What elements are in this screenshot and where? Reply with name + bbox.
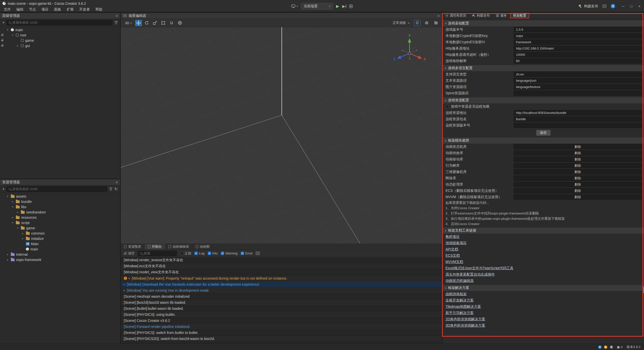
log-row[interactable]: [Scene] meshopt wasm decoder initialized bbox=[121, 293, 442, 299]
log-row[interactable]: [Window] model_view文件夹不存在 bbox=[121, 269, 442, 275]
move-tool-button[interactable] bbox=[135, 20, 142, 26]
notification-bell[interactable]: 0 bbox=[617, 345, 623, 349]
console-settings-button[interactable] bbox=[256, 252, 260, 255]
config-input[interactable] bbox=[514, 33, 642, 38]
config-input[interactable] bbox=[514, 52, 642, 57]
menu-item[interactable]: 文件 bbox=[1, 7, 14, 12]
log-row[interactable]: [Window] ecs文件夹不存在 bbox=[121, 263, 442, 269]
log-expander-icon[interactable]: ▸ bbox=[124, 283, 125, 286]
inspector-tab[interactable]: 框架配置 bbox=[510, 13, 530, 18]
config-input[interactable] bbox=[514, 39, 642, 45]
doc-link[interactable]: 原生包热更新配置自动生成插件 bbox=[446, 272, 495, 277]
log-row[interactable]: [Scene] Cocos Creator v3.8.2 bbox=[121, 318, 442, 324]
scene-gizmo-settings-button[interactable] bbox=[423, 20, 430, 26]
chevron-right-icon[interactable]: ▸ bbox=[21, 232, 24, 235]
menu-item[interactable]: 编辑 bbox=[14, 7, 26, 12]
section-header[interactable]: ▾框架模块裁剪 bbox=[442, 138, 644, 144]
doc-link[interactable]: 2D角色扮演游戏解决方案 bbox=[446, 317, 485, 322]
tree-node[interactable]: ▸resources bbox=[0, 215, 120, 220]
checkbox-icon[interactable] bbox=[446, 105, 449, 108]
lock-icon[interactable] bbox=[1, 45, 3, 47]
chevron-down-icon[interactable]: ▾ bbox=[11, 34, 14, 36]
menu-item[interactable]: 项目 bbox=[39, 7, 51, 12]
rect-tool-button[interactable] bbox=[160, 20, 167, 26]
hierarchy-search[interactable] bbox=[7, 20, 112, 25]
regex-toggle[interactable]: 正则 bbox=[180, 251, 191, 256]
snap-tool-button[interactable] bbox=[168, 20, 175, 26]
config-input[interactable] bbox=[514, 58, 642, 64]
module-delete-button[interactable]: 删除 bbox=[514, 163, 642, 168]
tree-node[interactable]: ▾assets bbox=[0, 194, 120, 199]
menu-item[interactable]: 帮助 bbox=[93, 7, 105, 12]
minimize-button[interactable]: ─ bbox=[622, 4, 624, 8]
inspector-tab[interactable]: 服务 bbox=[493, 13, 510, 18]
log-filter-checkbox[interactable]: ✓Warning bbox=[221, 251, 237, 255]
doc-link[interactable]: 新手引导解决方案 bbox=[446, 311, 474, 315]
log-expander-icon[interactable]: ▸ bbox=[124, 289, 125, 292]
console-tab[interactable]: 控制台 bbox=[145, 244, 165, 249]
doc-link[interactable]: 战棋游戏框架 bbox=[446, 292, 467, 296]
scene-viewport[interactable]: Y X Z bbox=[121, 27, 442, 244]
log-row[interactable]: ▸[Window] Download the Vue Devtools exte… bbox=[121, 281, 442, 287]
doc-link[interactable]: 动画状态机编辑器 bbox=[446, 279, 474, 283]
tree-node[interactable]: ▾main bbox=[0, 27, 120, 32]
tree-node[interactable]: ▸gui bbox=[0, 43, 120, 48]
scrollbar-thumb[interactable] bbox=[643, 287, 644, 293]
tree-node[interactable]: ▸initialize bbox=[0, 236, 120, 241]
log-row[interactable]: [Scene] [bullet]:bullet wasm lib loaded. bbox=[121, 305, 442, 312]
doc-link[interactable]: Tiledmap地图解决方案 bbox=[446, 304, 481, 309]
tree-node[interactable]: ▾game bbox=[0, 225, 120, 231]
tree-node[interactable]: ▸bundle bbox=[0, 199, 120, 204]
doc-link[interactable]: 3D角色扮演游戏解决方案 bbox=[446, 323, 485, 328]
tree-node[interactable]: ▸common bbox=[0, 231, 120, 236]
lock-icon[interactable] bbox=[1, 34, 3, 36]
scene-select[interactable]: 当前场景 ▾ bbox=[301, 3, 333, 10]
filter-icon[interactable] bbox=[109, 188, 112, 191]
help-button[interactable]: ? bbox=[611, 4, 615, 8]
section-header[interactable]: ▾框架解决方案 bbox=[442, 285, 644, 291]
refresh-icon[interactable]: ↻ bbox=[114, 187, 118, 191]
add-asset-button[interactable]: + bbox=[2, 187, 5, 191]
chevron-down-icon[interactable]: ▾ bbox=[16, 227, 19, 229]
log-row[interactable]: [Scene] Forward render pipeline initiali… bbox=[121, 324, 442, 330]
section-header[interactable]: ▾框架文档工具链接 bbox=[442, 228, 644, 234]
log-row[interactable]: [Window] render_texture文件夹不存在 bbox=[121, 257, 442, 263]
doc-link[interactable]: API文档 bbox=[446, 247, 458, 252]
section-header[interactable]: ▾游戏多语言配置 bbox=[442, 65, 644, 71]
tree-node[interactable]: game bbox=[0, 38, 120, 43]
log-filter-checkbox[interactable]: ✓Error bbox=[241, 251, 253, 255]
add-node-button[interactable]: + bbox=[2, 21, 5, 25]
tree-node[interactable]: main bbox=[0, 246, 120, 252]
tree-node[interactable]: ▸seedrandom bbox=[0, 209, 120, 215]
console-clear-button[interactable]: 清空 bbox=[124, 251, 135, 256]
doc-link[interactable]: Excel格式转Json文件与TypeScript代码工具 bbox=[446, 266, 513, 271]
hamburger-menu-icon[interactable]: ≡ bbox=[116, 14, 118, 18]
assets-search[interactable] bbox=[7, 186, 107, 192]
chevron-right-icon[interactable]: ▸ bbox=[16, 211, 19, 213]
module-delete-button[interactable]: 删除 bbox=[514, 176, 642, 181]
config-input[interactable] bbox=[514, 84, 642, 90]
log-row[interactable]: [Scene] [PHYSICS]: switch from builtin t… bbox=[121, 330, 442, 336]
log-row[interactable]: !▸[Window] [Vue warn]: Property "onInput… bbox=[121, 275, 442, 281]
menu-item[interactable]: 开发者 bbox=[76, 7, 93, 12]
lighting-toggle[interactable] bbox=[414, 20, 421, 26]
config-input[interactable] bbox=[514, 91, 642, 96]
console-tab[interactable]: 资源预览 bbox=[121, 244, 145, 249]
chevron-down-icon[interactable]: ▾ bbox=[6, 195, 9, 198]
doc-link[interactable]: 全栈开发解决方案 bbox=[446, 298, 474, 303]
view-mode-select[interactable]: 正常浏览 ▾ bbox=[391, 20, 411, 26]
config-input[interactable] bbox=[514, 123, 642, 128]
doc-link[interactable]: ECS文档 bbox=[446, 253, 460, 258]
tree-node[interactable]: ▾script bbox=[0, 220, 120, 225]
config-input[interactable] bbox=[514, 78, 642, 83]
module-delete-button[interactable]: 删除 bbox=[514, 150, 642, 156]
doc-link[interactable]: 游戏模板项目 bbox=[446, 241, 467, 245]
section-header[interactable]: ▾游戏基础配置 bbox=[442, 20, 644, 26]
config-input[interactable] bbox=[514, 46, 642, 51]
hamburger-menu-icon[interactable]: ≡ bbox=[437, 14, 439, 18]
log-panel-button[interactable] bbox=[602, 5, 606, 8]
projection-3d-button[interactable]: 3D▾ bbox=[123, 20, 134, 26]
scene-settings-button[interactable] bbox=[432, 20, 439, 26]
world-local-toggle[interactable] bbox=[177, 20, 183, 26]
menu-item[interactable]: 面板 bbox=[51, 7, 64, 12]
